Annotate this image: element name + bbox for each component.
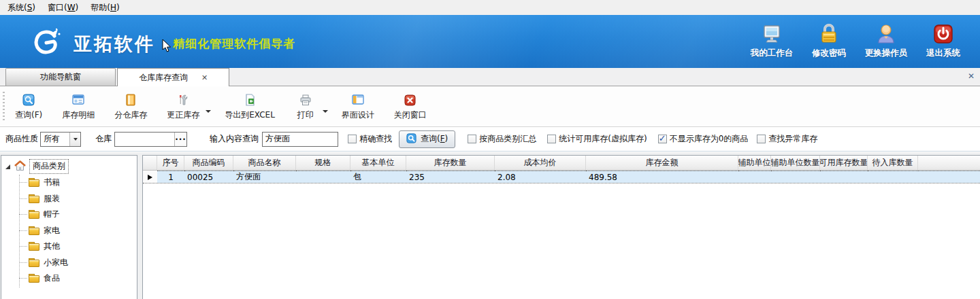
tree-item-other[interactable]: 其他 [1,239,137,255]
tab-strip: 功能导航窗 仓库库存查询 ✕ ✕ [0,68,980,86]
ui-design-button[interactable]: 界面设计 [333,90,383,122]
tree-root-category[interactable]: 商品类别 [1,158,137,175]
checkbox-icon [547,135,556,143]
checkbox-icon [757,135,766,143]
mouse-cursor [161,39,172,56]
table-row[interactable]: 1 00025 方便面 包 235 2.08 489.58 [143,171,980,183]
group-by-category-checkbox[interactable]: 按商品类别汇总 [468,133,536,145]
hide-zero-stock-checkbox[interactable]: 不显示库存为0的商品 [658,133,749,145]
exact-search-checkbox[interactable]: 精确查找 [348,133,392,145]
product-nature-label: 商品性质 [5,133,38,145]
tree-item-clothing[interactable]: 服装 [1,191,137,207]
chevron-down-icon [206,110,211,113]
col-header-stock-amount[interactable]: 库存金额 [586,156,738,170]
tab-function-navigator[interactable]: 功能导航窗 [5,68,116,86]
main-area: 商品类别 书籍 服装 帽子 家电 其他 小家电 食品 序号 商品编码 商品名称 … [0,152,980,299]
warehouse-stock-button[interactable]: 分仓库存 [105,90,156,122]
virtual-stock-checkbox[interactable]: 统计可用库存(虚拟库存) [547,133,647,145]
close-window-icon [404,93,416,107]
col-header-spec[interactable]: 规格 [296,156,350,170]
checkbox-icon [468,135,476,143]
search-input[interactable] [263,133,338,146]
select-dropdown-button[interactable] [69,133,80,146]
folder-icon [29,178,39,187]
search-icon [406,133,416,145]
change-operator-button[interactable]: 更换操作员 [858,23,915,59]
export-excel-button[interactable]: 导出到EXCEL [216,90,284,122]
query-button[interactable]: 查询(F) [6,90,51,122]
close-window-button[interactable]: 关闭窗口 [385,90,436,122]
tree-item-hats[interactable]: 帽子 [1,207,137,223]
tab-close-icon[interactable]: ✕ [201,73,208,82]
home-icon [14,160,26,173]
cell-aux-unit [738,171,771,183]
cell-stock-amount: 489.58 [586,171,738,183]
folder-icon [29,226,39,235]
col-header-base-unit[interactable]: 基本单位 [350,156,406,170]
stock-grid: 序号 商品编码 商品名称 规格 基本单位 库存数量 成本均价 库存金额 辅助单位… [142,155,980,299]
cell-product-code: 00025 [184,171,233,183]
tree-item-appliances[interactable]: 家电 [1,223,137,239]
folder-icon [29,194,39,203]
menu-system[interactable]: 系统(S) [1,1,42,15]
power-icon [933,23,953,45]
folder-icon [29,242,39,251]
filter-query-button[interactable]: 查询(F) [399,130,455,148]
cell-stock-qty: 235 [406,171,495,183]
warehouse-input[interactable] [115,133,174,146]
my-workbench-button[interactable]: 我的工作台 [743,23,800,59]
category-tree-panel: 商品类别 书籍 服装 帽子 家电 其他 小家电 食品 [1,155,137,299]
banner-actions: 我的工作台 修改密码 更换操作员 [743,23,972,59]
col-header-aux-unit-qty[interactable]: 辅助单位数量 [771,156,820,170]
correct-stock-button[interactable]: 更正库存 [158,90,208,122]
cell-base-unit: 包 [350,171,406,183]
correct-stock-dropdown[interactable] [204,93,212,120]
folder-icon [29,210,39,219]
tree-root-label[interactable]: 商品类别 [29,159,69,174]
tabstrip-close-icon[interactable]: ✕ [968,71,975,81]
col-header-avg-cost[interactable]: 成本均价 [495,156,586,170]
lock-icon [819,23,838,45]
cell-spec [296,171,350,183]
current-row-arrow-icon [148,175,152,180]
menu-help[interactable]: 帮助(H) [84,1,125,15]
printer-icon [299,93,312,107]
search-content-label: 输入内容查询 [210,133,259,145]
expander-icon[interactable] [5,164,10,169]
warehouse-book-icon [125,93,136,107]
col-header-product-name[interactable]: 商品名称 [233,156,296,170]
col-header-product-code[interactable]: 商品编码 [184,156,233,170]
cell-product-name: 方便面 [233,171,296,183]
menu-window[interactable]: 窗口(W) [42,1,84,15]
row-indicator [143,171,157,183]
product-nature-select[interactable]: 所有 [40,132,81,147]
chevron-down-icon [323,110,328,113]
stock-detail-button[interactable]: 库存明细 [53,90,103,122]
menu-bar: 系统(S) 窗口(W) 帮助(H) [0,0,980,15]
brand-name: 亚拓软件 [74,32,155,56]
col-header-stock-qty[interactable]: 库存数量 [406,156,495,170]
col-header-aux-unit[interactable]: 辅助单位 [738,156,771,170]
col-header-available-qty[interactable]: 可用库存数量 [820,156,868,170]
filter-bar: 商品性质 所有 仓库 ··· 输入内容查询 精确查找 查询(F) 按商品类别汇总… [0,127,980,152]
tree-item-books[interactable]: 书籍 [1,175,137,191]
operator-icon [876,23,896,45]
tree-item-food[interactable]: 食品 [1,270,137,287]
brand-slogan: 精细化管理软件倡导者 [173,36,295,52]
layout-design-icon [352,93,364,107]
checkbox-icon [658,135,667,143]
print-dropdown[interactable] [321,93,329,120]
search-icon [22,93,35,107]
exit-system-button[interactable]: 退出系统 [915,23,972,59]
warehouse-browse-button[interactable]: ··· [174,133,186,146]
col-header-pending-in-qty[interactable]: 待入库数量 [868,156,918,170]
change-password-button[interactable]: 修改密码 [800,23,858,59]
warehouse-field: ··· [114,132,187,147]
abnormal-stock-checkbox[interactable]: 查找异常库存 [757,133,817,145]
tree-item-small-appliances[interactable]: 小家电 [1,255,137,271]
col-header-seq[interactable]: 序号 [157,156,184,170]
print-button[interactable]: 打印 [286,90,325,122]
cell-pending-in-qty [868,171,918,183]
toolbar-grip-handle[interactable] [3,92,5,121]
tab-warehouse-stock-query[interactable]: 仓库库存查询 ✕ [117,68,229,86]
